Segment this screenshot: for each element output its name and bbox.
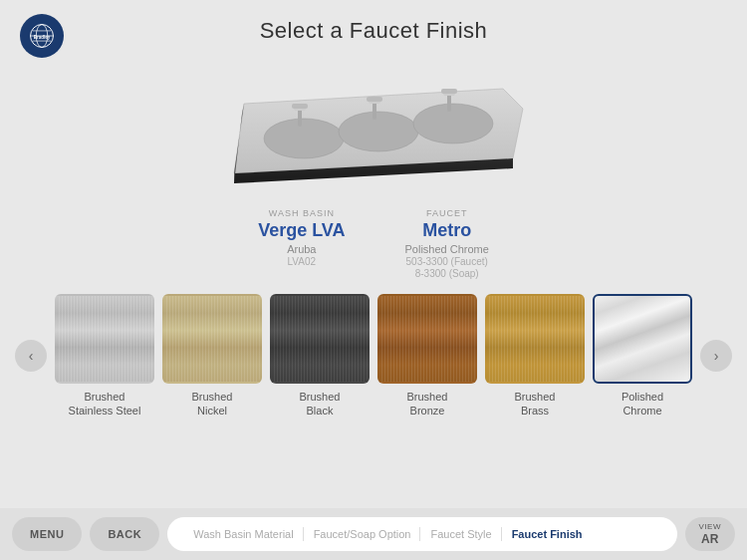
nav-step-2[interactable]: Faucet/Soap Option bbox=[304, 528, 421, 540]
swatch-label-brushed-black: BrushedBlack bbox=[300, 390, 341, 419]
sink-image bbox=[214, 64, 533, 193]
swatch-label-brushed-nickel: BrushedNickel bbox=[192, 390, 233, 419]
faucet-code: 503-3300 (Faucet) bbox=[405, 256, 489, 267]
swatch-item-brushed-brass[interactable]: BrushedBrass bbox=[485, 294, 585, 419]
next-arrow[interactable]: › bbox=[700, 340, 732, 372]
header: Bradley Select a Faucet Finish bbox=[0, 0, 747, 54]
svg-text:Bradley: Bradley bbox=[34, 35, 51, 40]
wash-basin-info: WASH BASIN Verge LVA Aruba LVA02 bbox=[258, 208, 345, 279]
view-label: VIEW bbox=[699, 522, 721, 532]
faucet-label: FAUCET bbox=[405, 208, 489, 218]
wash-basin-code: LVA02 bbox=[258, 256, 345, 267]
swatch-item-brushed-bronze[interactable]: BrushedBronze bbox=[377, 294, 477, 419]
svg-rect-9 bbox=[298, 109, 302, 127]
swatches-container: ‹ BrushedStainless SteelBrushedNickelBru… bbox=[0, 284, 747, 428]
wash-basin-label: WASH BASIN bbox=[258, 208, 345, 218]
svg-rect-17 bbox=[441, 89, 457, 94]
swatch-label-polished-chrome: PolishedChrome bbox=[622, 390, 663, 419]
logo: Bradley bbox=[20, 14, 64, 58]
product-info: WASH BASIN Verge LVA Aruba LVA02 FAUCET … bbox=[0, 198, 747, 284]
swatch-item-brushed-black[interactable]: BrushedBlack bbox=[270, 294, 370, 419]
svg-rect-11 bbox=[292, 104, 308, 109]
prev-arrow[interactable]: ‹ bbox=[15, 340, 47, 372]
swatch-box-brushed-brass bbox=[485, 294, 585, 384]
swatch-item-brushed-nickel[interactable]: BrushedNickel bbox=[162, 294, 262, 419]
product-image-area bbox=[0, 54, 747, 198]
svg-rect-14 bbox=[367, 97, 382, 102]
wash-basin-sub: Aruba bbox=[258, 243, 345, 255]
nav-step-1[interactable]: Wash Basin Material bbox=[183, 528, 303, 540]
faucet-info: FAUCET Metro Polished Chrome 503-3300 (F… bbox=[405, 208, 489, 279]
swatch-label-brushed-bronze: BrushedBronze bbox=[407, 390, 448, 419]
swatch-box-polished-chrome bbox=[593, 294, 692, 384]
svg-rect-12 bbox=[373, 102, 376, 120]
swatch-label-brushed-brass: BrushedBrass bbox=[515, 390, 556, 419]
swatch-item-brushed-stainless[interactable]: BrushedStainless Steel bbox=[55, 294, 154, 419]
ar-label: AR bbox=[701, 532, 718, 546]
faucet-name: Metro bbox=[405, 220, 489, 241]
svg-point-7 bbox=[339, 112, 418, 151]
page-title: Select a Faucet Finish bbox=[260, 18, 488, 44]
wash-basin-name: Verge LVA bbox=[258, 220, 345, 241]
soap-code: 8-3300 (Soap) bbox=[405, 268, 489, 279]
swatch-label-brushed-stainless: BrushedStainless Steel bbox=[69, 390, 141, 419]
nav-step-3[interactable]: Faucet Style bbox=[420, 528, 501, 540]
swatches-row: BrushedStainless SteelBrushedNickelBrush… bbox=[55, 294, 692, 419]
nav-steps: Wash Basin Material Faucet/Soap Option F… bbox=[167, 517, 676, 551]
view-ar-button[interactable]: VIEW AR bbox=[685, 517, 735, 551]
swatch-box-brushed-stainless bbox=[55, 294, 154, 384]
swatch-item-polished-chrome[interactable]: PolishedChrome bbox=[593, 294, 692, 419]
swatch-box-brushed-black bbox=[270, 294, 370, 384]
bottom-nav: MENU BACK Wash Basin Material Faucet/Soa… bbox=[0, 508, 747, 560]
nav-step-4[interactable]: Faucet Finish bbox=[502, 528, 593, 540]
menu-button[interactable]: MENU bbox=[12, 517, 82, 551]
swatch-box-brushed-nickel bbox=[162, 294, 262, 384]
svg-point-8 bbox=[413, 104, 493, 143]
svg-rect-15 bbox=[447, 94, 451, 112]
swatch-box-brushed-bronze bbox=[377, 294, 477, 384]
back-button[interactable]: BACK bbox=[90, 517, 159, 551]
svg-point-6 bbox=[264, 119, 344, 158]
faucet-finish: Polished Chrome bbox=[405, 243, 489, 255]
